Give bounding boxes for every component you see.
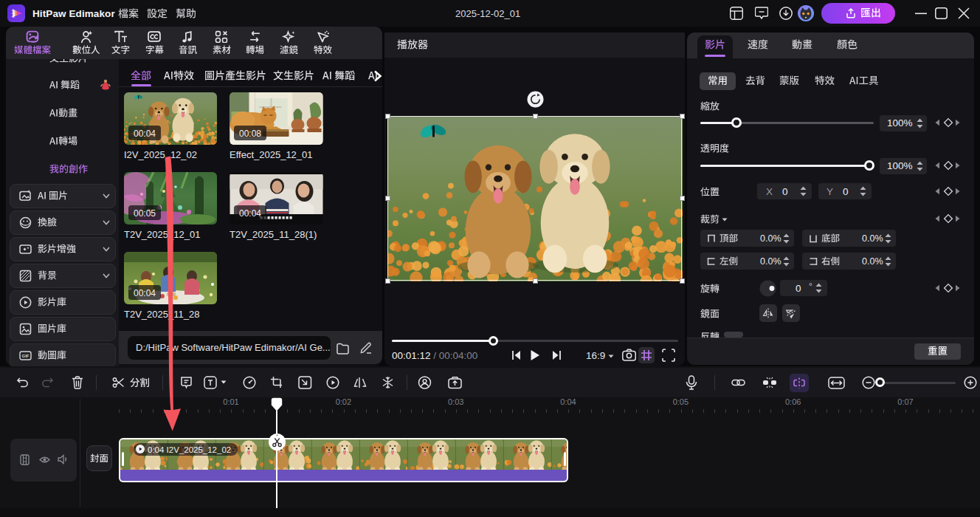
svg-text:GIF: GIF (22, 354, 30, 358)
